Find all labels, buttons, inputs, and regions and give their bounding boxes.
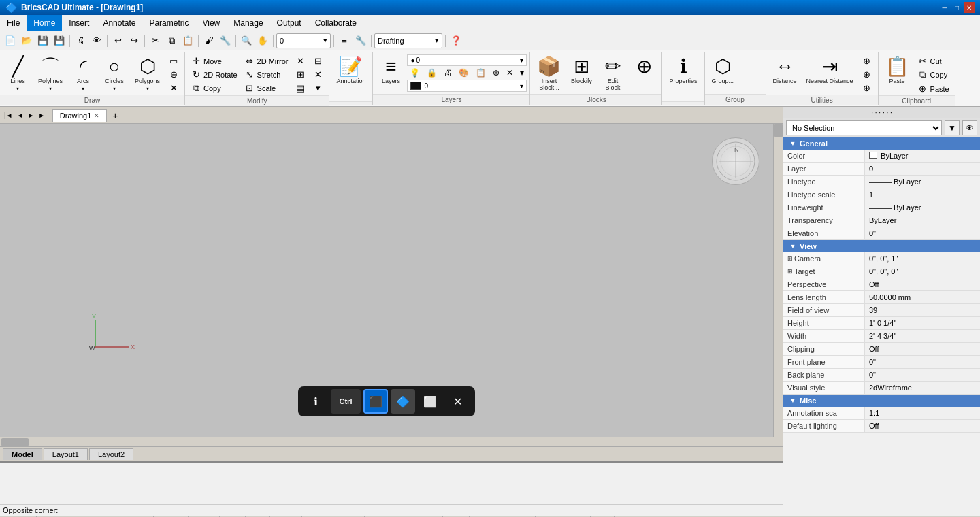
- draw-circles-btn[interactable]: ○ Circles ▾: [99, 54, 129, 95]
- draw-lines-btn[interactable]: ╱ Lines ▾: [3, 54, 33, 95]
- blockify-btn[interactable]: ⊞ Blockify: [566, 54, 596, 87]
- close-button[interactable]: ✕: [964, 2, 975, 13]
- nearest-distance-btn[interactable]: ⇥ Nearest Distance: [802, 54, 858, 87]
- extras-3[interactable]: ✕: [165, 82, 182, 95]
- toolbar-zoom[interactable]: 🔍: [239, 33, 254, 48]
- menu-parametric[interactable]: Parametric: [142, 15, 195, 31]
- deflighting-value[interactable]: Off: [865, 420, 980, 432]
- menu-file[interactable]: File: [0, 15, 27, 31]
- toolbar-redo[interactable]: ↪: [127, 33, 142, 48]
- width-value[interactable]: 2'-4 3/4": [865, 330, 980, 342]
- copy-clip-btn[interactable]: ⧉ Copy: [915, 68, 952, 82]
- modify-extra4[interactable]: ✕: [310, 68, 326, 81]
- properties-btn[interactable]: ℹ Properties: [665, 54, 701, 87]
- front-value[interactable]: 0": [865, 356, 980, 368]
- misc-section-header[interactable]: ▼ Misc: [783, 395, 980, 407]
- layer-icon-3[interactable]: 🖨: [441, 67, 455, 79]
- perspective-value[interactable]: Off: [865, 278, 980, 290]
- utilities-extra2[interactable]: ⊕: [859, 68, 875, 81]
- workspace-dropdown[interactable]: Drafting ▾: [374, 33, 442, 48]
- camera-expand[interactable]: ⊞: [787, 255, 793, 262]
- menu-collaborate[interactable]: Collaborate: [308, 15, 363, 31]
- vstyle-value[interactable]: 2dWireframe: [865, 382, 980, 394]
- float-2d-btn[interactable]: ⬛: [363, 389, 388, 414]
- menu-annotate[interactable]: Annotate: [96, 15, 142, 31]
- annotation-btn[interactable]: 📝 Annotation: [332, 54, 370, 87]
- v-scrollbar[interactable]: [773, 124, 783, 437]
- toolbar-preview[interactable]: 👁: [89, 33, 104, 48]
- v-scroll-thumb[interactable]: [774, 124, 783, 137]
- menu-home[interactable]: Home: [27, 15, 62, 31]
- mirror-btn[interactable]: ⇔ 2D Mirror: [242, 54, 291, 67]
- insert-block-btn[interactable]: 📦 InsertBlock...: [533, 54, 565, 94]
- toolbar-save[interactable]: 💾: [35, 33, 50, 48]
- modify-extra1[interactable]: ⊞: [292, 68, 308, 81]
- lens-value[interactable]: 50.0000 mm: [865, 291, 980, 303]
- draw-polygons-btn[interactable]: ⬡ Polygons ▾: [131, 54, 164, 95]
- elevation-value[interactable]: 0": [865, 227, 980, 239]
- toolbar-pan[interactable]: ✋: [255, 33, 270, 48]
- scale-btn[interactable]: ⊡ Scale: [242, 82, 291, 95]
- utilities-extra3[interactable]: ⊕: [859, 82, 875, 95]
- layer-icon-6[interactable]: ⊕: [490, 67, 502, 79]
- float-info-btn[interactable]: ℹ: [304, 389, 328, 414]
- visibility-btn[interactable]: 👁: [962, 120, 977, 135]
- modify-extra5[interactable]: ▾: [310, 82, 326, 95]
- menu-insert[interactable]: Insert: [62, 15, 96, 31]
- minimize-button[interactable]: ─: [939, 2, 950, 13]
- color-row[interactable]: 0 ▾: [407, 80, 527, 92]
- clipping-value[interactable]: Off: [865, 343, 980, 355]
- menu-output[interactable]: Output: [270, 15, 308, 31]
- tab-drawing1-close[interactable]: ✕: [94, 112, 99, 119]
- target-value[interactable]: 0", 0", 0": [865, 265, 980, 278]
- toolbar-purge[interactable]: 🔧: [218, 33, 233, 48]
- nav-last[interactable]: ►|: [37, 112, 48, 119]
- selection-dropdown[interactable]: No Selection: [786, 120, 942, 135]
- transparency-value[interactable]: ByLayer: [865, 214, 980, 227]
- layer-icon-1[interactable]: 💡: [407, 67, 423, 79]
- ltscale-value[interactable]: 1: [865, 188, 980, 201]
- modify-extra2[interactable]: ▤: [292, 82, 308, 95]
- lweight-value[interactable]: ——— ByLayer: [865, 201, 980, 214]
- rotate-btn[interactable]: ↻ 2D Rotate: [188, 68, 240, 81]
- toolbar-match-prop[interactable]: 🖌: [201, 33, 216, 48]
- toolbar-help[interactable]: ❓: [448, 33, 463, 48]
- add-tab-btn[interactable]: +: [108, 109, 122, 122]
- title-bar-controls[interactable]: ─ □ ✕: [939, 2, 975, 13]
- blocks-extra[interactable]: ⊕: [629, 54, 659, 80]
- paste-btn[interactable]: 📋 Paste: [881, 54, 913, 87]
- layout1-tab[interactable]: Layout1: [44, 448, 88, 460]
- height-value[interactable]: 1'-0 1/4": [865, 317, 980, 329]
- maximize-button[interactable]: □: [951, 2, 962, 13]
- toolbar-copy-tool[interactable]: ⧉: [164, 33, 179, 48]
- camera-value[interactable]: 0", 0", 1": [865, 252, 980, 265]
- menu-manage[interactable]: Manage: [227, 15, 270, 31]
- layer-icon-4[interactable]: 🎨: [456, 67, 472, 79]
- general-section-header[interactable]: ▼ General: [783, 137, 980, 150]
- layer-selector[interactable]: ● 0 ▾: [407, 54, 527, 66]
- edit-block-btn[interactable]: ✏ EditBlock: [598, 54, 627, 94]
- back-value[interactable]: 0": [865, 369, 980, 381]
- toolbar-paste-tool[interactable]: 📋: [180, 33, 195, 48]
- stretch-btn[interactable]: ⤡ Stretch: [242, 68, 291, 81]
- utilities-extra1[interactable]: ⊕: [859, 54, 875, 67]
- view-section-header[interactable]: ▼ View: [783, 240, 980, 252]
- layer-icon-5[interactable]: 📋: [473, 67, 489, 79]
- extras-1[interactable]: ▭: [165, 54, 182, 67]
- layer-dropdown[interactable]: 0 ▾: [276, 33, 331, 48]
- h-scroll-thumb[interactable]: [1, 438, 29, 446]
- linetype-value[interactable]: ——— ByLayer: [865, 176, 980, 188]
- menu-view[interactable]: View: [195, 15, 227, 31]
- paste-special-btn[interactable]: ⊕ Paste: [915, 82, 952, 95]
- cut-btn[interactable]: ✂ Cut: [915, 54, 952, 67]
- modify-extra3[interactable]: ⊟: [310, 54, 326, 67]
- layout2-tab[interactable]: Layout2: [89, 448, 133, 460]
- group-btn[interactable]: ⬡ Group...: [708, 54, 738, 87]
- float-ctrl-btn[interactable]: Ctrl: [331, 389, 361, 414]
- extras-2[interactable]: ⊕: [165, 68, 182, 81]
- toolbar-layer-mgr[interactable]: ≡: [337, 33, 352, 48]
- fov-value[interactable]: 39: [865, 304, 980, 316]
- distance-btn[interactable]: ↔ Distance: [769, 54, 801, 87]
- layer-prop-value[interactable]: 0: [865, 163, 980, 175]
- move-btn[interactable]: ✛ Move: [188, 54, 240, 67]
